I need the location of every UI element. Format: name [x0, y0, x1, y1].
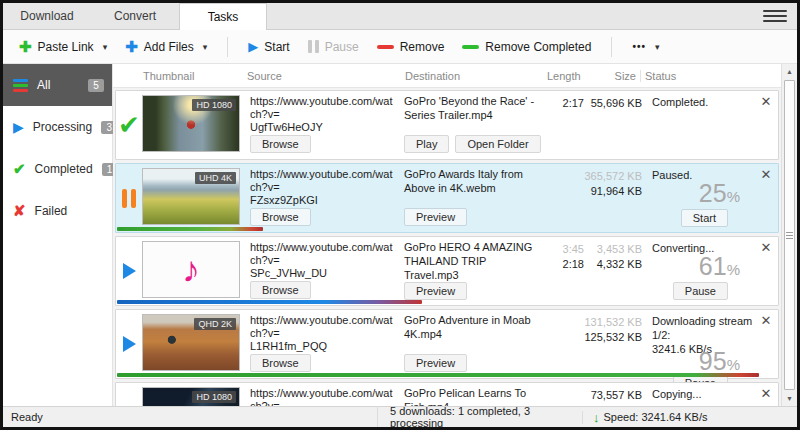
close-icon[interactable]: ✕ [761, 240, 772, 255]
header-length: Length [543, 70, 581, 82]
length-cell [546, 310, 584, 378]
destination-file: GoPro 'Beyond the Race' - Series Trailer… [404, 95, 538, 123]
play-button[interactable]: Play [404, 135, 449, 153]
sidebar-item-label: All [37, 78, 50, 92]
audio-thumbnail[interactable]: ♪ [142, 241, 240, 298]
menu-hamburger-icon[interactable] [763, 10, 787, 22]
task-row[interactable]: QHD 2K https://www.youtube.com/watch?v=L… [115, 309, 779, 379]
sidebar-item-label: Failed [35, 204, 68, 218]
quality-badge: UHD 4K [195, 172, 236, 184]
preview-button[interactable]: Preview [404, 354, 467, 372]
toolbar: ✚ Paste Link ▾ ✚ Add Files ▾ ▶ Start Pau… [3, 30, 797, 64]
header-destination: Destination [401, 70, 543, 82]
table-header: Thumbnail Source Destination Length Size… [113, 64, 781, 88]
sidebar-item-processing[interactable]: ▶ Processing 3 [3, 106, 112, 148]
destination-file: GoPro Awards Italy from Above in 4K.webm [404, 168, 538, 196]
sidebar-item-label: Processing [33, 120, 92, 134]
pause-button[interactable]: Pause [302, 36, 365, 58]
header-thumbnail: Thumbnail [139, 70, 243, 82]
tab-convert[interactable]: Convert [91, 3, 179, 29]
toolbar-separator [227, 37, 228, 57]
video-thumbnail[interactable]: HD 1080 [142, 387, 240, 406]
start-task-button[interactable]: Start [681, 209, 728, 227]
tab-download[interactable]: Download [3, 3, 91, 29]
browse-button[interactable]: Browse [250, 135, 311, 153]
length-cell [546, 383, 584, 406]
sidebar-item-failed[interactable]: ✘ Failed [3, 190, 112, 232]
sidebar-item-all[interactable]: All 5 [3, 64, 112, 106]
header-size: Size [581, 70, 641, 82]
close-icon[interactable]: ✕ [761, 313, 772, 328]
status-text: Downloading stream 1/2: [652, 315, 754, 343]
completed-check-icon: ✔ [118, 112, 140, 138]
status-speed: ↓ Speed: 3241.64 KB/s [582, 411, 797, 424]
all-tasks-icon [13, 79, 28, 92]
pause-task-button[interactable]: Pause [673, 282, 728, 300]
task-rows: ✔ HD 1080 https://www.youtube.com/watch?… [113, 88, 781, 406]
status-ready: Ready [3, 411, 377, 423]
add-files-label: Add Files [144, 40, 194, 54]
task-row[interactable]: ♪ https://www.youtube.com/watch?v=SPc_JV… [115, 236, 779, 306]
size-cell: 131,532 KB 125,532 KB [584, 310, 644, 378]
tab-tasks[interactable]: Tasks [179, 3, 267, 30]
progress-bar [117, 227, 263, 231]
source-url: https://www.youtube.com/watch?v=UgfTw6He… [250, 95, 396, 135]
browse-button[interactable]: Browse [250, 281, 311, 299]
destination-file: GoPro HERO 4 AMAZING THAILAND TRIP Trave… [404, 241, 538, 282]
add-files-button[interactable]: ✚ Add Files ▾ [119, 35, 213, 58]
check-icon: ✔ [13, 160, 26, 178]
progress-bar [117, 373, 759, 377]
header-status: Status [641, 70, 781, 82]
status-text: Copying... [652, 388, 754, 402]
length-cell: 3:45 2:18 [546, 237, 584, 305]
remove-completed-label: Remove Completed [485, 40, 591, 54]
progress-percent: 95% [699, 349, 740, 374]
video-thumbnail[interactable]: QHD 2K [142, 314, 240, 371]
vertical-scrollbar[interactable]: ▲ ▼ [781, 64, 797, 406]
close-icon[interactable]: ✕ [761, 94, 772, 109]
download-arrow-icon: ↓ [593, 411, 600, 424]
pause-label: Pause [325, 40, 359, 54]
scroll-down-icon[interactable]: ▼ [782, 391, 797, 406]
music-note-icon: ♪ [182, 252, 200, 288]
content-area: All 5 ▶ Processing 3 ✔ Completed 1 ✘ Fai… [3, 64, 797, 406]
preview-button[interactable]: Preview [404, 208, 467, 226]
count-badge: 5 [88, 79, 104, 92]
video-thumbnail[interactable]: UHD 4K [142, 168, 240, 225]
status-bar: Ready 5 downloads: 1 completed, 3 proces… [3, 406, 797, 427]
paste-link-button[interactable]: ✚ Paste Link ▾ [13, 35, 113, 58]
source-url: https://www.youtube.com/watch?v=puT0mOWU… [250, 387, 396, 406]
scroll-up-icon[interactable]: ▲ [782, 64, 797, 79]
browse-button[interactable]: Browse [250, 354, 311, 372]
sidebar-item-completed[interactable]: ✔ Completed 1 [3, 148, 112, 190]
size-cell: 3,453 KB 4,332 KB [584, 237, 644, 305]
remove-button[interactable]: Remove [371, 36, 451, 58]
source-url: https://www.youtube.com/watch?v=SPc_JVHw… [250, 241, 396, 281]
chevron-down-icon[interactable]: ▾ [103, 42, 108, 52]
size-cell: 365,572 KB 91,964 KB [584, 164, 644, 232]
processing-play-icon [123, 336, 136, 352]
more-dots-icon: ••• [632, 41, 646, 52]
chevron-down-icon[interactable]: ▾ [203, 42, 208, 52]
start-button[interactable]: ▶ Start [242, 36, 295, 58]
remove-completed-button[interactable]: Remove Completed [456, 36, 597, 58]
remove-icon [377, 45, 394, 49]
video-thumbnail[interactable]: HD 1080 [142, 95, 240, 152]
destination-file: GoPro Adventure in Moab 4K.mp4 [404, 314, 538, 342]
task-row[interactable]: UHD 4K https://www.youtube.com/watch?v=F… [115, 163, 779, 233]
destination-file: GoPro Pelican Learns To Fish.mp4 [404, 387, 538, 406]
toolbar-separator [611, 37, 612, 57]
size-cell: 55,696 KB [584, 91, 644, 159]
close-icon[interactable]: ✕ [761, 167, 772, 182]
progress-percent: 25% [699, 181, 740, 206]
open-folder-button[interactable]: Open Folder [455, 135, 540, 153]
browse-button[interactable]: Browse [250, 208, 311, 226]
task-row[interactable]: HD 1080 https://www.youtube.com/watch?v=… [115, 382, 779, 406]
scrollbar-thumb[interactable] [784, 80, 795, 390]
more-options-button[interactable]: ••• ▾ [626, 37, 665, 56]
preview-button[interactable]: Preview [404, 282, 467, 300]
task-row[interactable]: ✔ HD 1080 https://www.youtube.com/watch?… [115, 90, 779, 160]
paste-link-label: Paste Link [38, 40, 94, 54]
play-icon: ▶ [13, 120, 24, 134]
close-icon[interactable]: ✕ [761, 386, 772, 401]
